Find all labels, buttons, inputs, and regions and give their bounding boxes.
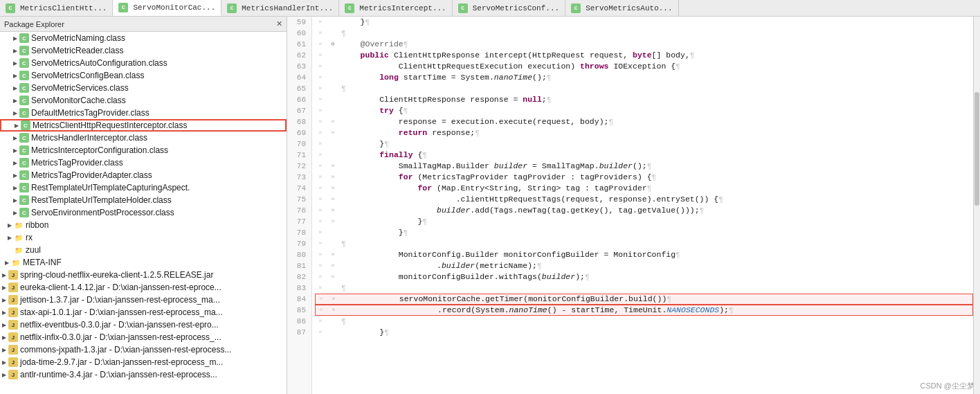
- code-line-63: » ClientHttpRequestExecution execution) …: [315, 61, 973, 72]
- line-num-79: 79: [287, 238, 309, 249]
- tree-item-15[interactable]: ▶📁ribbon: [0, 219, 287, 231]
- code-with-scroll: 5960616263646566676869707172737475767778…: [287, 17, 980, 394]
- gutter2-61: ⊖: [327, 39, 338, 50]
- code-line-78: » }¶: [315, 227, 973, 238]
- code-line-81: »» .builder(metricName);¶: [315, 260, 973, 271]
- tree-item-17[interactable]: 📁zuul: [0, 244, 287, 256]
- item-label-9: MetricsInterceptorConfiguration.class: [31, 145, 168, 155]
- gutter1-79: »: [315, 238, 326, 249]
- tree-item-26[interactable]: ▶Jjoda-time-2.9.7.jar - D:\xian-janssen-…: [0, 356, 287, 368]
- tree-item-10[interactable]: ▶CMetricsTagProvider.class: [0, 156, 287, 169]
- tree-item-18[interactable]: ▶📁META-INF: [0, 256, 287, 269]
- tree-item-12[interactable]: ▶CRestTemplateUrlTemplateCapturingAspect…: [0, 181, 287, 194]
- tab-label-1: ServoMonitorCac...: [133, 3, 215, 12]
- code-text-72: SmallTagMap.Builder builder = SmallTagMa…: [341, 161, 652, 172]
- gutter1-59: »: [315, 17, 326, 28]
- tree-item-4[interactable]: ▶CServoMetricServices.class: [0, 82, 287, 94]
- item-label-6: DefaultMetricsTagProvider.class: [31, 108, 149, 118]
- item-label-22: stax-api-1.0.1.jar - D:\xian-janssen-res…: [20, 307, 223, 317]
- code-text-70: }¶: [341, 138, 389, 150]
- file-icon-21: J: [8, 295, 18, 305]
- tree-arrow-14: ▶: [11, 208, 19, 217]
- item-label-14: ServoEnvironmentPostProcessor.class: [31, 208, 174, 217]
- vertical-scrollbar[interactable]: [973, 17, 980, 394]
- line-num-86: 86: [287, 316, 309, 327]
- code-text-75: .clientHttpRequestTags(request, response…: [341, 194, 723, 205]
- gutter1-61: »: [315, 39, 326, 50]
- tree-item-1[interactable]: ▶CServoMetricReader.class: [0, 44, 287, 57]
- gutter1-66: »: [315, 94, 326, 105]
- tree-arrow-10: ▶: [11, 159, 19, 167]
- item-label-27: antlr-runtime-3.4.jar - D:\xian-janssen-…: [20, 370, 217, 379]
- item-label-1: ServoMetricReader.class: [31, 46, 123, 55]
- tree-item-19[interactable]: ▶Jspring-cloud-netflix-eureka-client-1.2…: [0, 269, 287, 281]
- tree-item-23[interactable]: ▶Jnetflix-eventbus-0.3.0.jar - D:\xian-j…: [0, 319, 287, 331]
- file-icon-0: C: [19, 33, 29, 43]
- line-num-68: 68: [287, 116, 309, 127]
- code-text-61: @Override¶: [341, 39, 408, 50]
- item-label-5: ServoMonitorCache.class: [31, 96, 126, 105]
- tab-label-2: MetricsHandlerInt...: [242, 4, 333, 12]
- tree-item-13[interactable]: ▶CRestTemplateUrlTemplateHolder.class: [0, 194, 287, 206]
- tree-item-6[interactable]: ▶CDefaultMetricsTagProvider.class: [0, 107, 287, 119]
- line-num-81: 81: [287, 260, 309, 271]
- gutter1-80: »: [315, 249, 326, 260]
- code-text-86: ¶: [341, 316, 346, 327]
- file-icon-11: C: [19, 170, 29, 180]
- tab-2[interactable]: C MetricsHandlerInt...: [221, 0, 339, 16]
- item-label-7: MetricsClientHttpRequestInterceptor.clas…: [33, 120, 187, 130]
- tree-item-20[interactable]: ▶Jeureka-client-1.4.12.jar - D:\xian-jan…: [0, 281, 287, 294]
- gutter1-75: »: [315, 194, 326, 205]
- tab-icon-1: C: [118, 3, 128, 12]
- code-content[interactable]: 5960616263646566676869707172737475767778…: [287, 17, 973, 394]
- code-text-63: ClientHttpRequestExecution execution) th…: [341, 61, 680, 72]
- tree-item-22[interactable]: ▶Jstax-api-1.0.1.jar - D:\xian-janssen-r…: [0, 306, 287, 319]
- gutter2-82: »: [327, 271, 338, 283]
- line-num-63: 63: [287, 61, 309, 72]
- tree-item-16[interactable]: ▶📁rx: [0, 231, 287, 244]
- code-text-73: for (MetricsTagProvider tagProvider : ta…: [341, 172, 657, 183]
- tree-item-25[interactable]: ▶Jcommons-jxpath-1.3.jar - D:\xian-janss…: [0, 343, 287, 356]
- line-num-66: 66: [287, 94, 309, 105]
- tree-item-14[interactable]: ▶CServoEnvironmentPostProcessor.class: [0, 206, 287, 219]
- item-label-4: ServoMetricServices.class: [31, 83, 129, 93]
- tree-item-3[interactable]: ▶CServoMetricsConfigBean.class: [0, 69, 287, 82]
- tab-1[interactable]: C ServoMonitorCac...: [113, 0, 221, 16]
- line-num-59: 59: [287, 17, 309, 28]
- tree-arrow-20: ▶: [0, 283, 8, 292]
- tab-4[interactable]: C ServoMetricsConf...: [453, 0, 565, 16]
- scroll-thumb[interactable]: [974, 92, 979, 206]
- tree-item-2[interactable]: ▶CServoMetricsAutoConfiguration.class: [0, 57, 287, 69]
- code-text-62: public ClientHttpResponse intercept(Http…: [341, 50, 695, 61]
- tree-item-9[interactable]: ▶CMetricsInterceptorConfiguration.class: [0, 144, 287, 156]
- tab-3[interactable]: C MetricsIntercept...: [339, 0, 452, 16]
- tree-item-24[interactable]: ▶Jnetflix-infix-0.3.0.jar - D:\xian-jans…: [0, 331, 287, 343]
- code-line-73: »» for (MetricsTagProvider tagProvider :…: [315, 172, 973, 183]
- code-line-61: »⊖ @Override¶: [315, 39, 973, 50]
- code-line-68: »» response = execution.execute(request,…: [315, 116, 973, 127]
- code-line-82: »» monitorConfigBuilder.withTags(builder…: [315, 271, 973, 283]
- tree-arrow-21: ▶: [0, 296, 8, 304]
- line-num-77: 77: [287, 216, 309, 227]
- tree-item-27[interactable]: ▶Jantlr-runtime-3.4.jar - D:\xian-jansse…: [0, 368, 287, 381]
- tree-item-5[interactable]: ▶CServoMonitorCache.class: [0, 94, 287, 107]
- tree-item-8[interactable]: ▶CMetricsHandlerInterceptor.class: [0, 132, 287, 144]
- code-text-69: return response;¶: [341, 127, 480, 138]
- tree-item-21[interactable]: ▶Jjettison-1.3.7.jar - D:\xian-janssen-r…: [0, 294, 287, 306]
- tab-5[interactable]: C ServoMetricsAuto...: [565, 0, 678, 16]
- tree-item-7[interactable]: ▶CMetricsClientHttpRequestInterceptor.cl…: [0, 119, 287, 132]
- gutter2-72: »: [327, 161, 338, 172]
- code-text-76: builder.add(Tags.newTag(tag.getKey(), ta…: [341, 205, 705, 216]
- tree-item-11[interactable]: ▶CMetricsTagProviderAdapter.class: [0, 169, 287, 181]
- tab-0[interactable]: C MetricsClientHtt...: [0, 0, 113, 16]
- gutter1-78: »: [315, 227, 326, 238]
- tab-label-0: MetricsClientHtt...: [20, 4, 107, 12]
- gutter2-80: »: [327, 249, 338, 260]
- tree-item-0[interactable]: ▶CServoMetricNaming.class: [0, 32, 287, 44]
- item-label-2: ServoMetricsAutoConfiguration.class: [31, 58, 167, 68]
- file-icon-2: C: [19, 58, 29, 68]
- tree-arrow-11: ▶: [11, 171, 19, 179]
- gutter1-77: »: [315, 216, 326, 227]
- explorer-close-button[interactable]: ✕: [276, 19, 282, 28]
- code-area[interactable]: » }¶»¶»⊖ @Override¶» public ClientHttpRe…: [312, 17, 973, 394]
